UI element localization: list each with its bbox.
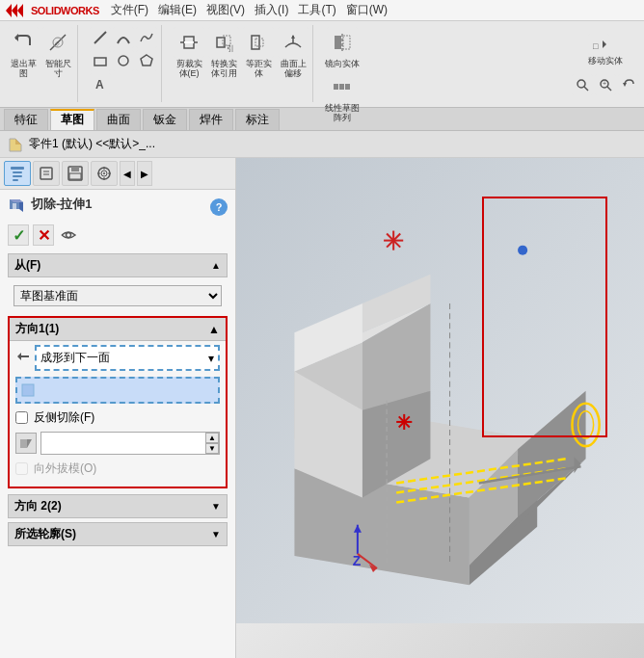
zoom-button[interactable]: + <box>595 74 616 95</box>
from-section-header[interactable]: 从(F) ▲ <box>8 253 228 277</box>
tab-sketch[interactable]: 草图 <box>50 109 94 130</box>
draft-decrement-button[interactable]: ▼ <box>205 443 219 454</box>
cut-extrude-icon <box>8 196 25 213</box>
toolbar-group-mirror: 镜向实体 线性草图阵列 <box>321 25 363 102</box>
smartdim-icon: ◇ <box>47 32 68 53</box>
blue-dot <box>518 246 527 255</box>
end-condition-row: 成形到下一面 ▾ <box>15 345 220 371</box>
svg-text:□: □ <box>593 41 599 51</box>
tab-annotation[interactable]: 标注 <box>235 109 280 130</box>
app-name: SOLIDWORKS <box>31 5 99 16</box>
selected-contours-header[interactable]: 所选轮廓(S) ▼ <box>8 522 228 546</box>
zoom-icon: + <box>598 77 613 92</box>
from-dropdown[interactable]: 草图基准面 <box>13 285 222 306</box>
move-entity-section: □ 移动实体 <box>588 34 623 66</box>
panel-feature-tree-button[interactable] <box>4 161 31 186</box>
arc-icon <box>116 30 131 45</box>
selection-box[interactable] <box>15 377 220 404</box>
panel-collapse-left[interactable]: ◀ <box>120 161 135 186</box>
toolbar-right-section: □ 移动实体 + <box>567 21 644 108</box>
svg-rect-46 <box>71 167 79 171</box>
svg-marker-21 <box>291 35 295 39</box>
menu-insert[interactable]: 插入(I) <box>255 2 288 18</box>
viewport[interactable]: Z <box>236 158 644 658</box>
trim-section: 剪裁实体(E) <box>174 27 204 79</box>
end-condition-chevron: ▾ <box>208 352 214 365</box>
toolbar: 退出草图 ◇ 智能尺寸 <box>0 21 644 108</box>
solidworks-logo-icon <box>4 2 27 19</box>
end-condition-icon <box>15 349 31 367</box>
feature-actions: ✓ ✕ <box>8 224 228 246</box>
svg-rect-23 <box>343 36 350 49</box>
panel-property-button[interactable] <box>33 161 60 186</box>
help-button[interactable]: ? <box>210 198 228 216</box>
smartdim-section: ◇ 智能尺寸 <box>42 27 73 79</box>
menu-tools[interactable]: 工具(T) <box>298 2 335 18</box>
outward-draft-checkbox <box>15 462 28 475</box>
smartdim-button[interactable]: ◇ <box>42 27 73 58</box>
svg-text:◇: ◇ <box>55 40 60 46</box>
menu-file[interactable]: 文件(F) <box>111 2 148 18</box>
mirror-row: 镜向实体 <box>325 27 360 69</box>
confirm-button[interactable]: ✓ <box>8 224 29 246</box>
arc-button[interactable] <box>113 27 134 48</box>
svg-text:+: + <box>603 80 606 87</box>
convert-icon: 引用 <box>213 32 234 53</box>
property-icon <box>38 165 55 182</box>
text-button[interactable]: A <box>90 73 111 94</box>
panel-save-button[interactable] <box>62 161 89 186</box>
circle-button[interactable] <box>113 50 134 71</box>
menu-view[interactable]: 视图(V) <box>206 2 245 18</box>
rotate-button[interactable] <box>618 74 639 95</box>
svg-rect-22 <box>335 36 341 49</box>
mirror-solid-section: 镜向实体 <box>325 27 360 69</box>
menu-window[interactable]: 窗口(W) <box>346 2 388 18</box>
draft-increment-button[interactable]: ▲ <box>205 433 219 443</box>
3d-model-svg: Z <box>236 158 644 623</box>
toolbar-group-lines: A <box>86 25 162 102</box>
move-on-surface-section: 曲面上偏移 <box>278 27 309 79</box>
draft-icon[interactable] <box>15 433 37 454</box>
undo-button[interactable] <box>8 27 39 58</box>
move-on-surface-button[interactable] <box>278 27 309 58</box>
rotate-icon <box>621 77 636 92</box>
line-tools-row2 <box>90 50 157 71</box>
move-entity-label: 移动实体 <box>588 57 623 66</box>
menu-edit[interactable]: 编辑(E) <box>158 2 197 18</box>
pattern-row: 线性草图阵列 <box>325 71 360 123</box>
panel-title-row: 切除-拉伸1 ? <box>8 196 228 219</box>
trim-button[interactable] <box>174 27 204 58</box>
convert-button[interactable]: 引用 <box>208 27 239 58</box>
end-condition-dropdown[interactable]: 成形到下一面 ▾ <box>35 345 220 371</box>
reverse-cut-checkbox[interactable] <box>15 411 28 424</box>
mirror-solid-button[interactable] <box>327 27 358 58</box>
toolbar-group-sketch: 退出草图 ◇ 智能尺寸 <box>4 25 78 102</box>
polygon-button[interactable] <box>136 50 157 71</box>
line-tools-row3: A <box>90 73 111 94</box>
direction2-section-header[interactable]: 方向 2(2) ▼ <box>8 494 228 518</box>
tab-sheetmetal[interactable]: 钣金 <box>143 109 187 130</box>
app-logo: SOLIDWORKS <box>4 2 99 19</box>
panel-title-container: 切除-拉伸1 <box>8 196 93 213</box>
search-button[interactable] <box>572 74 593 95</box>
offset-icon <box>248 32 269 53</box>
selected-contours-label: 所选轮廓(S) <box>14 526 76 542</box>
rect-button[interactable] <box>90 50 111 71</box>
direction1-header[interactable]: 方向1(1) ▲ <box>10 318 226 341</box>
preview-button[interactable] <box>58 224 79 246</box>
move-entity-button[interactable]: □ <box>588 34 609 55</box>
panel-collapse-right[interactable]: ▶ <box>137 161 152 186</box>
cancel-button[interactable]: ✕ <box>33 224 54 246</box>
linear-pattern-button[interactable] <box>327 71 358 102</box>
polygon-icon <box>139 53 154 68</box>
panel-target-button[interactable] <box>91 161 118 186</box>
line-button[interactable] <box>90 27 111 48</box>
tab-feature[interactable]: 特征 <box>4 109 48 130</box>
tab-weldment[interactable]: 焊件 <box>189 109 233 130</box>
doc-title: 零件1 (默认) <<默认>_... <box>29 136 155 152</box>
spline-button[interactable] <box>136 27 157 48</box>
svg-marker-1 <box>12 4 17 17</box>
tab-surface[interactable]: 曲面 <box>96 109 141 130</box>
draft-input[interactable] <box>41 434 205 452</box>
offset-button[interactable] <box>243 27 274 58</box>
